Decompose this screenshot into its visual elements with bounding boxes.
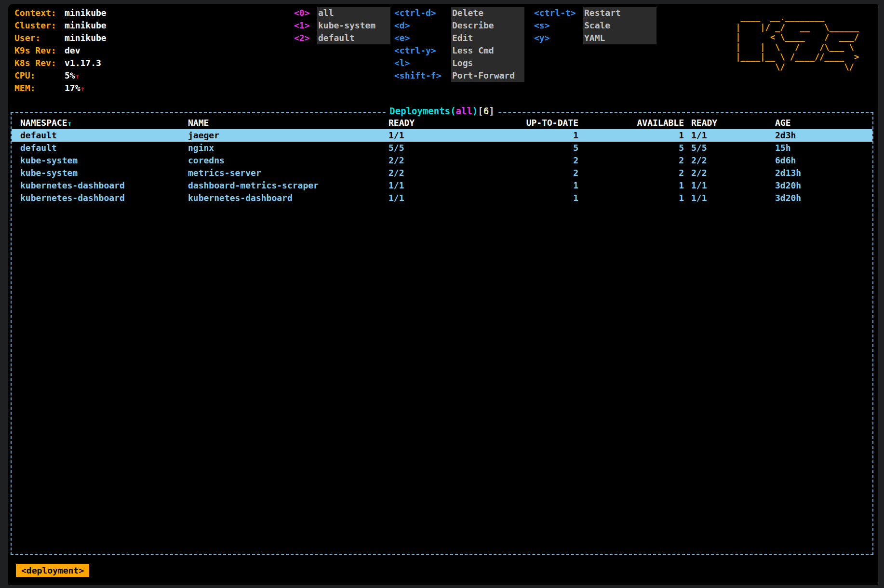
table-title-paren: ( (450, 106, 455, 116)
hotkey-label: Describe (451, 19, 524, 32)
hotkey-describe: <d>Describe (394, 19, 524, 32)
cell-age: 2d3h (768, 129, 866, 142)
column-header-available[interactable]: AVAILABLE (578, 117, 684, 129)
column-header-age[interactable]: AGE (768, 117, 866, 129)
column-header-ready[interactable]: READY (388, 117, 461, 129)
table-body: NAMESPACE↑ NAME READY UP-TO-DATE AVAILAB… (12, 113, 872, 204)
hotkey-2: <2> (294, 32, 317, 44)
hotkey-label: Restart (583, 7, 656, 19)
cell-ready-2: 2/2 (684, 167, 768, 179)
table-row-jaeger[interactable]: default jaeger 1/1 1 1 1/1 2d3h (12, 129, 872, 142)
up-arrow-icon: ↑ (75, 72, 80, 80)
up-arrow-icon: ↑ (80, 84, 85, 93)
namespace-label: default (317, 32, 390, 44)
namespace-shortcut-default: <2>default (294, 32, 390, 44)
sort-arrow-icon: ↑ (67, 119, 72, 128)
namespace-label: all (317, 7, 390, 19)
info-value: minikube (65, 8, 107, 18)
cluster-info-panel: Context:minikube Cluster:minikube User:m… (14, 7, 107, 94)
cell-namespace: kubernetes-dashboard (20, 179, 188, 192)
hotkey-logs: <l>Logs (394, 57, 524, 69)
k9s-logo-ascii-art: ____ __.________ | |/ _/ __ \______ | < … (736, 13, 859, 72)
namespace-shortcut-kube-system: <1>kube-system (294, 19, 390, 32)
info-label: Context: (14, 7, 65, 19)
table-row-metrics-server[interactable]: kube-system metrics-server 2/2 2 2 2/2 2… (12, 167, 872, 179)
table-row-dashboard-metrics-scraper[interactable]: kubernetes-dashboard dashboard-metrics-s… (12, 179, 872, 192)
cell-available: 1 (578, 179, 684, 192)
column-header-up-to-date[interactable]: UP-TO-DATE (461, 117, 578, 129)
namespace-label: kube-system (317, 19, 390, 32)
info-value: 17% (65, 83, 80, 93)
table-row-nginx[interactable]: default nginx 5/5 5 5 5/5 15h (12, 142, 872, 154)
cell-name: dashboard-metrics-scraper (188, 179, 388, 192)
info-label: K9s Rev: (14, 44, 65, 57)
cell-name: metrics-server (188, 167, 388, 179)
hotkey-scale: <s>Scale (534, 19, 656, 32)
table-header-row: NAMESPACE↑ NAME READY UP-TO-DATE AVAILAB… (12, 117, 872, 129)
hotkey-restart: <ctrl-t>Restart (534, 7, 656, 19)
cell-age: 3d20h (768, 192, 866, 204)
info-row-context: Context:minikube (14, 7, 107, 19)
cell-name: coredns (188, 154, 388, 167)
info-label: CPU: (14, 69, 65, 82)
column-header-ready-2[interactable]: READY (684, 117, 768, 129)
column-header-name[interactable]: NAME (188, 117, 388, 129)
hotkey-less-cmd: <ctrl-y>Less Cmd (394, 44, 524, 57)
cell-ready: 5/5 (388, 142, 461, 154)
deployments-table: Deployments(all)[6] NAMESPACE↑ NAME READ… (11, 112, 873, 555)
table-title-paren: ) (472, 106, 478, 116)
hotkey-combo: <s> (534, 19, 583, 32)
cell-up-to-date: 2 (461, 154, 578, 167)
cell-available: 2 (578, 167, 684, 179)
cell-name: nginx (188, 142, 388, 154)
hotkey-combo: <ctrl-d> (394, 7, 451, 19)
cell-age: 6d6h (768, 154, 866, 167)
cell-up-to-date: 1 (461, 179, 578, 192)
table-title-resource: Deployments (389, 106, 450, 116)
info-row-cpu: CPU:5%↑ (14, 69, 107, 82)
info-value: 5% (65, 70, 75, 80)
hotkey-combo: <l> (394, 57, 451, 69)
namespace-shortcut-all: <0>all (294, 7, 390, 19)
table-row-kubernetes-dashboard[interactable]: kubernetes-dashboard kubernetes-dashboar… (12, 192, 872, 204)
hotkey-edit: <e>Edit (394, 32, 524, 44)
hotkey-combo: <y> (534, 32, 583, 44)
table-title-bracket: [ (478, 106, 483, 116)
info-value: v1.17.3 (65, 58, 101, 68)
info-row-k8s-rev: K8s Rev:v1.17.3 (14, 57, 107, 69)
cell-ready-2: 1/1 (684, 192, 768, 204)
cell-age: 15h (768, 142, 866, 154)
namespace-shortcuts-panel: <0>all <1>kube-system <2>default (294, 7, 390, 44)
cell-namespace: default (20, 129, 188, 142)
table-title: Deployments(all)[6] (386, 106, 498, 116)
cell-name: jaeger (188, 129, 388, 142)
table-title-bracket: ] (489, 106, 494, 116)
cell-up-to-date: 1 (461, 129, 578, 142)
cell-ready-2: 5/5 (684, 142, 768, 154)
hotkey-label: YAML (583, 32, 656, 44)
info-value: minikube (65, 33, 107, 43)
hotkey-yaml: <y>YAML (534, 32, 656, 44)
column-header-namespace[interactable]: NAMESPACE↑ (20, 117, 188, 129)
cell-up-to-date: 2 (461, 167, 578, 179)
cell-age: 2d13h (768, 167, 866, 179)
hotkeys-column-1: <ctrl-d>Delete <d>Describe <e>Edit <ctrl… (394, 7, 524, 82)
info-row-user: User:minikube (14, 32, 107, 44)
cell-ready-2: 2/2 (684, 154, 768, 167)
table-row-coredns[interactable]: kube-system coredns 2/2 2 2 2/2 6d6h (12, 154, 872, 167)
cell-name: kubernetes-dashboard (188, 192, 388, 204)
hotkey-label: Less Cmd (451, 44, 524, 57)
cell-ready: 1/1 (388, 192, 461, 204)
hotkey-label: Logs (451, 57, 524, 69)
hotkey-combo: <d> (394, 19, 451, 32)
info-label: User: (14, 32, 65, 44)
cell-namespace: kube-system (20, 167, 188, 179)
cell-ready: 1/1 (388, 179, 461, 192)
hotkey-combo: <ctrl-y> (394, 44, 451, 57)
hotkey-1: <1> (294, 19, 317, 32)
info-label: Cluster: (14, 19, 65, 32)
breadcrumb-deployment[interactable]: <deployment> (16, 564, 89, 577)
cell-namespace: default (20, 142, 188, 154)
hotkey-0: <0> (294, 7, 317, 19)
info-row-mem: MEM:17%↑ (14, 82, 107, 94)
